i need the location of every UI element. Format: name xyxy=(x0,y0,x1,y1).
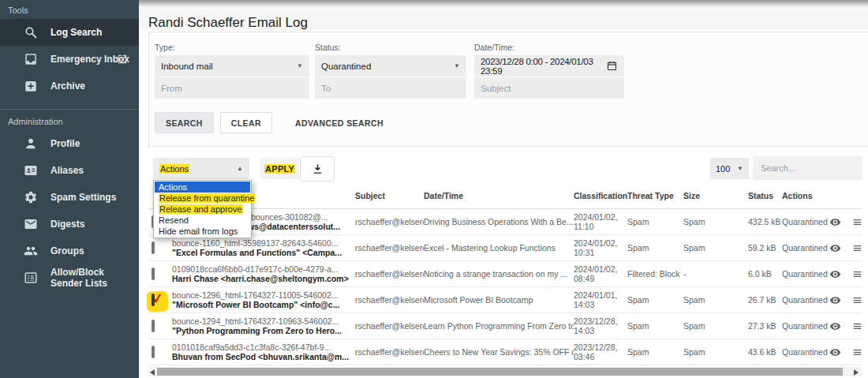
time-line: 03:46 xyxy=(574,352,623,362)
eye-icon[interactable] xyxy=(829,320,841,332)
menu-item-label: Release from quarantine xyxy=(159,193,255,203)
sidebar-item-emergency-inbox[interactable]: Emergency Inbox xyxy=(0,46,139,73)
sidebar-divider xyxy=(0,109,139,110)
menu-item-resend[interactable]: Resend xyxy=(155,215,250,226)
sidebar-item-digests[interactable]: Digests xyxy=(0,211,139,238)
row-actions-cell xyxy=(829,268,863,280)
row-menu-icon[interactable] xyxy=(851,346,863,358)
from-address-line: 0109018cca6f6bb0-d17e917c-b00e-4279-a... xyxy=(172,264,350,275)
column-header-threat-type[interactable]: Threat Type xyxy=(627,191,683,200)
classification-cell: Spam xyxy=(627,295,683,305)
sidebar-item-archive[interactable]: Archive xyxy=(0,73,139,99)
menu-item-hide-email-from-logs[interactable]: Hide email from logs xyxy=(155,226,250,237)
row-checkbox[interactable] xyxy=(152,269,155,279)
search-button[interactable]: SEARCH xyxy=(155,112,214,133)
checkbox-box[interactable] xyxy=(152,320,155,332)
checkbox-box[interactable] xyxy=(152,241,155,254)
advanced-search-button[interactable]: ADVANCED SEARCH xyxy=(285,112,394,133)
menu-item-actions[interactable]: Actions xyxy=(155,182,250,193)
scroll-left-arrow[interactable] xyxy=(150,369,155,376)
sidebar-item-label: Allow/Block Sender Lists xyxy=(51,267,139,289)
column-header-subject[interactable]: Subject xyxy=(355,191,424,200)
datetime-cell: 2024/01/02,08:49 xyxy=(574,264,627,284)
type-select[interactable]: Inbound mail ▼ xyxy=(155,55,309,77)
table-search-input[interactable] xyxy=(753,156,862,180)
datetime-cell: 2023/12/28,14:03 xyxy=(574,316,627,336)
sidebar-item-profile[interactable]: Profile xyxy=(0,130,139,157)
subject-cell: Excel - Mastering Lookup Functions xyxy=(424,243,574,253)
subject-cell: Microsoft Power BI Bootcamp xyxy=(424,295,574,305)
from-cell: bounce-1296_html-1764327-11005-546002...… xyxy=(172,290,355,310)
sidebar-item-groups[interactable]: Groups xyxy=(0,238,139,264)
checkbox-box[interactable] xyxy=(152,268,155,280)
table-row: 0109018cca6f6bb0-d17e917c-b00e-4279-a...… xyxy=(148,261,862,287)
menu-item-release-from-quarantine[interactable]: Release from quarantine xyxy=(155,193,250,204)
horizontal-scrollbar[interactable] xyxy=(148,367,862,376)
row-menu-icon[interactable] xyxy=(851,294,863,306)
menu-item-label: Hide email from logs xyxy=(159,226,238,236)
calendar-icon[interactable] xyxy=(606,60,618,72)
row-checkbox[interactable] xyxy=(152,347,155,357)
clear-button[interactable]: CLEAR xyxy=(220,112,272,133)
classification-cell: Spam xyxy=(627,243,683,253)
download-button[interactable] xyxy=(300,156,335,182)
datetime-field[interactable]: 2023/12/28 0:00 - 2024/01/03 23:59 xyxy=(474,55,624,77)
row-actions-cell xyxy=(829,216,863,228)
column-header-classification[interactable]: Classification xyxy=(574,191,627,200)
subject-input[interactable] xyxy=(474,77,624,99)
sidebar-item-allow-block-sender-lists[interactable]: Allow/Block Sender Lists xyxy=(0,264,139,291)
status-select[interactable]: Quarantined ▼ xyxy=(315,55,466,77)
sidebar-item-label: Groups xyxy=(51,245,84,256)
checkbox-box[interactable] xyxy=(152,294,155,306)
menu-item-release-and-approve[interactable]: Release and approve xyxy=(155,204,250,215)
column-header-size[interactable]: Size xyxy=(683,191,748,200)
row-checkbox[interactable] xyxy=(152,243,155,253)
caret-up-icon: ▲ xyxy=(237,165,243,172)
from-cell: 0109018cca6f6bb0-d17e917c-b00e-4279-a...… xyxy=(172,264,355,284)
time-line: 10:31 xyxy=(574,248,623,258)
aliases-icon xyxy=(24,163,38,178)
rows-per-page-select[interactable]: 100 ▼ xyxy=(710,158,749,179)
to-input[interactable] xyxy=(315,77,466,99)
row-menu-icon[interactable] xyxy=(851,216,863,228)
caret-down-icon: ▼ xyxy=(454,62,460,69)
row-checkbox-cell xyxy=(152,243,172,253)
datetime-cell: 2024/01/01,14:03 xyxy=(574,290,627,310)
eye-icon[interactable] xyxy=(829,268,841,280)
row-menu-icon[interactable] xyxy=(851,242,863,254)
highlighted-checked-checkbox[interactable] xyxy=(152,295,155,305)
row-checkbox-cell xyxy=(152,321,172,331)
sidebar-item-spam-settings[interactable]: Spam Settings xyxy=(0,184,139,211)
row-menu-icon[interactable] xyxy=(851,268,863,280)
apply-button[interactable]: APPLY xyxy=(260,158,299,179)
sidebar: Tools Log SearchEmergency InboxArchive A… xyxy=(0,0,139,378)
eye-icon[interactable] xyxy=(829,346,841,358)
download-icon xyxy=(311,163,324,176)
scroll-right-arrow[interactable] xyxy=(854,369,859,376)
scrollbar-thumb[interactable] xyxy=(157,368,843,376)
external-link-icon[interactable] xyxy=(117,54,128,65)
sidebar-item-label: Archive xyxy=(51,80,85,92)
subject-cell: Noticing a strange transaction on my ... xyxy=(424,269,574,279)
table-row: bounce-1294_html-1764327-10963-546002...… xyxy=(148,313,862,339)
actions-dropdown-menu: ActionsRelease from quarantineRelease an… xyxy=(153,180,252,238)
sidebar-item-aliases[interactable]: Aliases xyxy=(0,157,139,184)
row-checkbox-cell xyxy=(152,269,172,279)
inbox-icon xyxy=(24,52,38,66)
actions-select[interactable]: Actions ▲ xyxy=(153,158,249,179)
from-input[interactable] xyxy=(155,77,309,99)
row-menu-icon[interactable] xyxy=(851,320,863,332)
eye-icon[interactable] xyxy=(829,242,841,254)
eye-icon[interactable] xyxy=(829,294,841,306)
eye-icon[interactable] xyxy=(829,216,841,228)
from-address-line: bounce-1160_html-35989137-82643-54600... xyxy=(172,238,350,249)
datetime-value: 2023/12/28 0:00 - 2024/01/03 23:59 xyxy=(481,57,606,76)
column-header-date-time[interactable]: Date/Time xyxy=(424,191,574,200)
sidebar-item-log-search[interactable]: Log Search xyxy=(0,19,139,46)
column-header-actions[interactable]: Actions xyxy=(782,191,829,200)
checkbox-box[interactable] xyxy=(152,346,155,358)
column-header-status[interactable]: Status xyxy=(748,191,782,200)
status-cell: Quarantined xyxy=(782,347,829,357)
row-checkbox[interactable] xyxy=(152,321,155,331)
table-row: =bounces-301082@..."Data Centers" <news@… xyxy=(148,209,862,235)
